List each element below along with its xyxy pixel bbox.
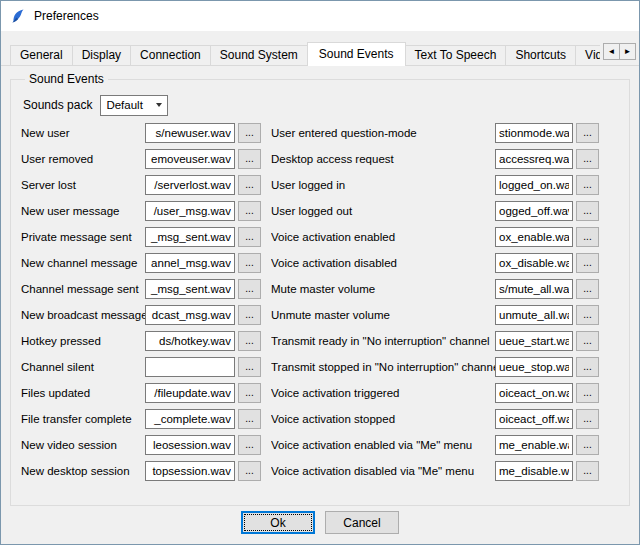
browse-button[interactable]: ... bbox=[576, 149, 599, 169]
sound-event-row: Unmute master volume... bbox=[271, 302, 601, 328]
browse-button[interactable]: ... bbox=[238, 461, 261, 481]
tab-general[interactable]: General bbox=[10, 45, 73, 65]
sound-event-row: Voice activation enabled... bbox=[271, 224, 601, 250]
tab-sound-system[interactable]: Sound System bbox=[210, 45, 308, 65]
sound-file-input[interactable] bbox=[145, 253, 235, 273]
browse-button[interactable]: ... bbox=[576, 331, 599, 351]
sound-event-label: Voice activation disabled bbox=[271, 257, 495, 269]
dialog-buttons: Ok Cancel bbox=[1, 511, 639, 534]
sound-event-label: Voice activation disabled via "Me" menu bbox=[271, 465, 495, 477]
sounds-pack-select[interactable]: Default bbox=[100, 95, 168, 116]
browse-button[interactable]: ... bbox=[238, 123, 261, 143]
sound-event-label: File transfer complete bbox=[21, 413, 145, 425]
tab-scroll-left-icon[interactable]: ◄ bbox=[603, 43, 620, 60]
sound-event-label: Mute master volume bbox=[271, 283, 495, 295]
sounds-pack-value: Default bbox=[106, 99, 142, 111]
tab-connection[interactable]: Connection bbox=[130, 45, 211, 65]
sound-event-row: Voice activation enabled via "Me" menu..… bbox=[271, 432, 601, 458]
tab-shortcuts[interactable]: Shortcuts bbox=[505, 45, 576, 65]
sound-file-input[interactable] bbox=[495, 253, 573, 273]
sound-events-left-column: New user...User removed...Server lost...… bbox=[21, 120, 271, 484]
sound-event-row: File transfer complete... bbox=[21, 406, 271, 432]
browse-button[interactable]: ... bbox=[238, 409, 261, 429]
sound-file-input[interactable] bbox=[495, 123, 573, 143]
browse-button[interactable]: ... bbox=[238, 435, 261, 455]
sound-file-input[interactable] bbox=[495, 435, 573, 455]
sounds-pack-row: Sounds pack Default bbox=[23, 94, 619, 116]
browse-button[interactable]: ... bbox=[576, 123, 599, 143]
sound-file-input[interactable] bbox=[145, 435, 235, 455]
tab-display[interactable]: Display bbox=[72, 45, 131, 65]
sound-file-input[interactable] bbox=[145, 409, 235, 429]
sound-file-input[interactable] bbox=[495, 279, 573, 299]
sound-event-row: New channel message... bbox=[21, 250, 271, 276]
sound-file-input[interactable] bbox=[145, 331, 235, 351]
browse-button[interactable]: ... bbox=[576, 357, 599, 377]
sound-file-input[interactable] bbox=[145, 123, 235, 143]
browse-button[interactable]: ... bbox=[576, 461, 599, 481]
tab-text-to-speech[interactable]: Text To Speech bbox=[405, 45, 507, 65]
sound-event-label: New user message bbox=[21, 205, 145, 217]
browse-button[interactable]: ... bbox=[576, 435, 599, 455]
browse-button[interactable]: ... bbox=[238, 253, 261, 273]
browse-button[interactable]: ... bbox=[238, 357, 261, 377]
sound-file-input[interactable] bbox=[495, 175, 573, 195]
sound-file-input[interactable] bbox=[145, 383, 235, 403]
tab-sound-events[interactable]: Sound Events bbox=[307, 42, 406, 66]
sound-file-input[interactable] bbox=[495, 357, 573, 377]
sound-file-input[interactable] bbox=[495, 149, 573, 169]
sound-file-input[interactable] bbox=[495, 305, 573, 325]
sound-file-input[interactable] bbox=[145, 149, 235, 169]
browse-button[interactable]: ... bbox=[238, 331, 261, 351]
sound-event-row: Private message sent... bbox=[21, 224, 271, 250]
sound-file-input[interactable] bbox=[145, 461, 235, 481]
cancel-button[interactable]: Cancel bbox=[325, 511, 399, 534]
browse-button[interactable]: ... bbox=[576, 279, 599, 299]
sound-event-label: User logged out bbox=[271, 205, 495, 217]
sound-event-row: Files updated... bbox=[21, 380, 271, 406]
app-icon bbox=[10, 8, 26, 24]
sound-file-input[interactable] bbox=[495, 201, 573, 221]
browse-button[interactable]: ... bbox=[238, 201, 261, 221]
sound-file-input[interactable] bbox=[145, 357, 235, 377]
browse-button[interactable]: ... bbox=[576, 201, 599, 221]
group-title: Sound Events bbox=[25, 72, 108, 86]
sound-event-row: New user message... bbox=[21, 198, 271, 224]
sound-event-row: User removed... bbox=[21, 146, 271, 172]
browse-button[interactable]: ... bbox=[576, 227, 599, 247]
sound-file-input[interactable] bbox=[495, 227, 573, 247]
tab-scroll-right-icon[interactable]: ► bbox=[619, 43, 636, 60]
browse-button[interactable]: ... bbox=[238, 149, 261, 169]
sound-event-label: New desktop session bbox=[21, 465, 145, 477]
preferences-dialog: Preferences GeneralDisplayConnectionSoun… bbox=[0, 0, 640, 545]
sound-file-input[interactable] bbox=[145, 175, 235, 195]
browse-button[interactable]: ... bbox=[238, 175, 261, 195]
sound-file-input[interactable] bbox=[495, 383, 573, 403]
browse-button[interactable]: ... bbox=[576, 409, 599, 429]
sound-file-input[interactable] bbox=[145, 201, 235, 221]
sound-file-input[interactable] bbox=[145, 305, 235, 325]
sound-event-row: Server lost... bbox=[21, 172, 271, 198]
browse-button[interactable]: ... bbox=[576, 383, 599, 403]
sound-event-row: New broadcast message... bbox=[21, 302, 271, 328]
browse-button[interactable]: ... bbox=[238, 305, 261, 325]
browse-button[interactable]: ... bbox=[238, 227, 261, 247]
sound-event-row: Voice activation disabled via "Me" menu.… bbox=[271, 458, 601, 484]
sound-event-row: Transmit ready in "No interruption" chan… bbox=[271, 328, 601, 354]
sound-file-input[interactable] bbox=[145, 279, 235, 299]
browse-button[interactable]: ... bbox=[576, 175, 599, 195]
sound-event-label: Files updated bbox=[21, 387, 145, 399]
browse-button[interactable]: ... bbox=[576, 253, 599, 273]
sound-event-row: Channel silent... bbox=[21, 354, 271, 380]
sound-event-row: Voice activation triggered... bbox=[271, 380, 601, 406]
browse-button[interactable]: ... bbox=[238, 279, 261, 299]
browse-button[interactable]: ... bbox=[576, 305, 599, 325]
sound-file-input[interactable] bbox=[495, 331, 573, 351]
sound-file-input[interactable] bbox=[495, 461, 573, 481]
sound-file-input[interactable] bbox=[145, 227, 235, 247]
tab-page-sound-events: Sound Events Sounds pack Default New use… bbox=[1, 65, 639, 544]
browse-button[interactable]: ... bbox=[238, 383, 261, 403]
ok-button[interactable]: Ok bbox=[241, 511, 315, 534]
title-bar[interactable]: Preferences bbox=[1, 1, 639, 31]
sound-file-input[interactable] bbox=[495, 409, 573, 429]
